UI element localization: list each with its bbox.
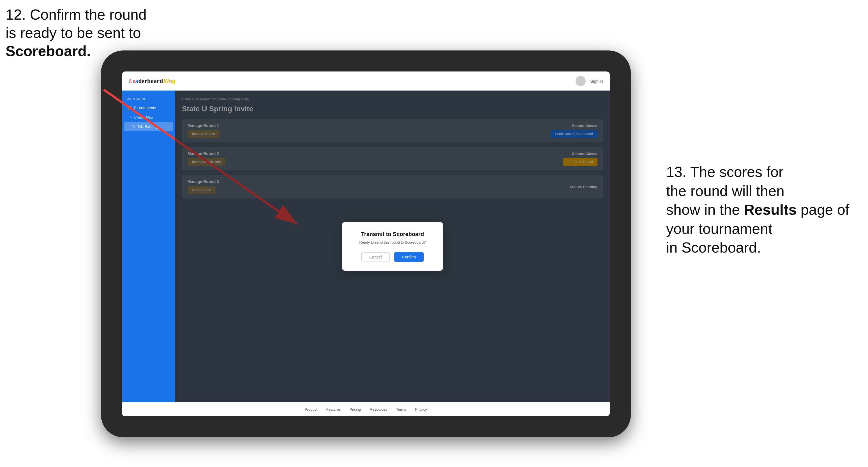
footer-product[interactable]: Product [305, 407, 317, 411]
annotation-line2: is ready to be sent to [6, 25, 141, 41]
footer: Product Features Pricing Resources Terms… [122, 402, 610, 416]
annotation-right-line2: the round will then [666, 183, 784, 199]
sign-in-link[interactable]: Sign in [590, 79, 603, 84]
annotation-right-line1: 13. The scores for [666, 164, 783, 180]
modal-buttons: Cancel Confirm [353, 252, 432, 262]
sidebar-item-edit-existing[interactable]: ✎ Edit Existing [124, 122, 173, 131]
sidebar: MAIN MENU 🏆 Tournaments + Create New ✎ E… [122, 91, 175, 402]
annotation-right-line6: in Scoreboard. [666, 239, 761, 256]
modal-overlay: Transmit to Scoreboard Ready to send thi… [175, 91, 610, 402]
modal-subtitle: Ready to send this round to Scoreboard? [353, 240, 432, 244]
user-avatar-icon [576, 76, 586, 86]
main-menu-label: MAIN MENU [122, 95, 175, 103]
footer-pricing[interactable]: Pricing [350, 407, 361, 411]
annotation-right-line5: your tournament [666, 221, 772, 237]
main-area: MAIN MENU 🏆 Tournaments + Create New ✎ E… [122, 91, 610, 402]
tablet-device: LeaderboardKing Sign in MAIN MENU 🏆 Tour… [101, 51, 631, 437]
content-area: Home > Tournaments > State U Spring Invi… [175, 91, 610, 402]
edit-icon: ✎ [132, 124, 135, 129]
annotation-right-line3: show in the [666, 201, 740, 218]
plus-icon: + [130, 115, 132, 119]
annotation-top-left: 12. Confirm the round is ready to be sen… [6, 6, 147, 60]
annotation-right: 13. The scores for the round will then s… [666, 163, 862, 257]
annotation-right-line4: page of [801, 201, 849, 218]
logo: LeaderboardKing [129, 77, 175, 85]
footer-privacy[interactable]: Privacy [415, 407, 427, 411]
modal-title: Transmit to Scoreboard [353, 231, 432, 238]
footer-resources[interactable]: Resources [370, 407, 387, 411]
nav-right: Sign in [576, 76, 603, 86]
footer-features[interactable]: Features [326, 407, 341, 411]
sidebar-item-tournaments[interactable]: 🏆 Tournaments [122, 103, 175, 113]
sidebar-item-create-new[interactable]: + Create New [122, 113, 175, 122]
footer-terms[interactable]: Terms [396, 407, 406, 411]
annotation-right-bold: Results [744, 201, 797, 218]
modal-cancel-button[interactable]: Cancel [362, 252, 390, 262]
trophy-icon: 🏆 [126, 106, 131, 110]
sidebar-edit-existing-label: Edit Existing [137, 124, 158, 129]
tablet-screen: LeaderboardKing Sign in MAIN MENU 🏆 Tour… [122, 71, 610, 416]
annotation-line1: 12. Confirm the round [6, 6, 147, 23]
sidebar-create-new-label: Create New [134, 115, 154, 119]
top-nav: LeaderboardKing Sign in [122, 71, 610, 91]
sidebar-tournaments-label: Tournaments [133, 106, 156, 110]
transmit-modal: Transmit to Scoreboard Ready to send thi… [342, 222, 443, 271]
modal-confirm-button[interactable]: Confirm [394, 252, 424, 262]
annotation-bold: Scoreboard. [6, 43, 91, 59]
